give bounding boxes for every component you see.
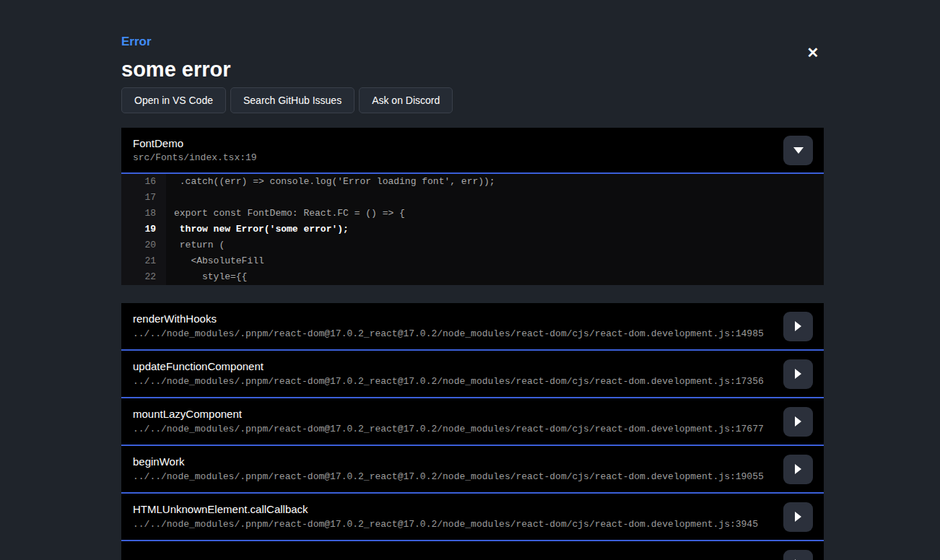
expand-stack-frame-button[interactable] (783, 455, 813, 484)
expand-stack-frame-button[interactable] (783, 502, 813, 532)
ask-on-discord-button[interactable]: Ask on Discord (359, 87, 453, 113)
line-code: style={{ (166, 269, 247, 285)
error-overlay: ✕ Error some error Open in VS Code Searc… (0, 0, 940, 560)
play-icon (795, 464, 801, 474)
error-message: some error (121, 58, 824, 81)
line-number: 20 (121, 237, 166, 253)
stack-function-name: HTMLUnknownElement.callCallback (133, 503, 758, 516)
play-icon (795, 369, 801, 379)
stack-frame-row: HTMLUnknownElement.callCallback ../../no… (121, 494, 824, 541)
stack-location: ../../node_modules/.pnpm/react-dom@17.0.… (133, 328, 764, 340)
stack-location: ../../node_modules/.pnpm/react-dom@17.0.… (133, 423, 764, 435)
code-snippet: 16 .catch((err) => console.log('Error lo… (121, 174, 824, 285)
stack-function-name: renderWithHooks (133, 312, 764, 325)
frame-location: src/Fonts/index.tsx:19 (133, 152, 257, 164)
code-line: 20 return ( (121, 237, 824, 253)
line-number: 21 (121, 253, 166, 269)
code-frame: FontDemo src/Fonts/index.tsx:19 16 .catc… (121, 128, 824, 285)
code-line: 21 <AbsoluteFill (121, 253, 824, 269)
code-line: 16 .catch((err) => console.log('Error lo… (121, 174, 824, 190)
stack-frame-text: mountLazyComponent ../../node_modules/.p… (133, 408, 764, 435)
stack-frame-row: updateFunctionComponent ../../node_modul… (121, 351, 824, 398)
chevron-down-icon (793, 147, 804, 154)
code-line: 17 (121, 190, 824, 206)
code-frame-header-text: FontDemo src/Fonts/index.tsx:19 (133, 137, 257, 164)
expand-stack-frame-button[interactable] (783, 550, 813, 560)
line-number: 19 (121, 222, 166, 237)
line-number: 17 (121, 190, 166, 206)
stack-frame-row: renderWithHooks ../../node_modules/.pnpm… (121, 303, 824, 351)
line-number: 16 (121, 174, 166, 190)
search-github-issues-button[interactable]: Search GitHub Issues (230, 87, 354, 113)
error-type-label: Error (121, 35, 824, 49)
stack-trace-list: renderWithHooks ../../node_modules/.pnpm… (121, 303, 824, 560)
stack-frame-text: updateFunctionComponent ../../node_modul… (133, 360, 764, 388)
expand-stack-frame-button[interactable] (783, 359, 813, 389)
line-code: .catch((err) => console.log('Error loadi… (166, 174, 495, 190)
line-code: throw new Error('some error'); (166, 222, 349, 237)
error-overlay-content: Error some error Open in VS Code Search … (121, 0, 824, 560)
stack-location: ../../node_modules/.pnpm/react-dom@17.0.… (133, 471, 764, 483)
stack-frame-text: beginWork ../../node_modules/.pnpm/react… (133, 455, 764, 483)
line-number: 18 (121, 206, 166, 222)
line-code: export const FontDemo: React.FC = () => … (166, 206, 405, 222)
line-code (166, 190, 174, 206)
stack-frame-row (121, 541, 824, 560)
code-frame-header: FontDemo src/Fonts/index.tsx:19 (121, 128, 824, 174)
line-number: 22 (121, 269, 166, 285)
stack-location: ../../node_modules/.pnpm/react-dom@17.0.… (133, 375, 764, 388)
stack-function-name: updateFunctionComponent (133, 360, 764, 373)
code-line: 19 throw new Error('some error'); (121, 222, 824, 237)
play-icon (795, 512, 801, 522)
code-line: 18 export const FontDemo: React.FC = () … (121, 206, 824, 222)
expand-stack-frame-button[interactable] (783, 407, 813, 437)
stack-function-name: beginWork (133, 455, 764, 468)
action-buttons-row: Open in VS Code Search GitHub Issues Ask… (121, 87, 824, 113)
code-line: 22 style={{ (121, 269, 824, 285)
stack-frame-row: mountLazyComponent ../../node_modules/.p… (121, 398, 824, 446)
frame-function-name: FontDemo (133, 137, 257, 150)
play-icon (795, 321, 801, 331)
open-in-vscode-button[interactable]: Open in VS Code (121, 87, 226, 113)
stack-location: ../../node_modules/.pnpm/react-dom@17.0.… (133, 518, 758, 530)
stack-function-name: mountLazyComponent (133, 408, 764, 421)
line-code: <AbsoluteFill (166, 253, 264, 269)
expand-stack-frame-button[interactable] (783, 312, 813, 341)
stack-frame-row: beginWork ../../node_modules/.pnpm/react… (121, 446, 824, 494)
line-code: return ( (166, 237, 225, 253)
stack-frame-text: HTMLUnknownElement.callCallback ../../no… (133, 503, 758, 530)
stack-frame-text: renderWithHooks ../../node_modules/.pnpm… (133, 312, 764, 340)
collapse-code-frame-button[interactable] (783, 136, 813, 165)
play-icon (795, 416, 801, 426)
